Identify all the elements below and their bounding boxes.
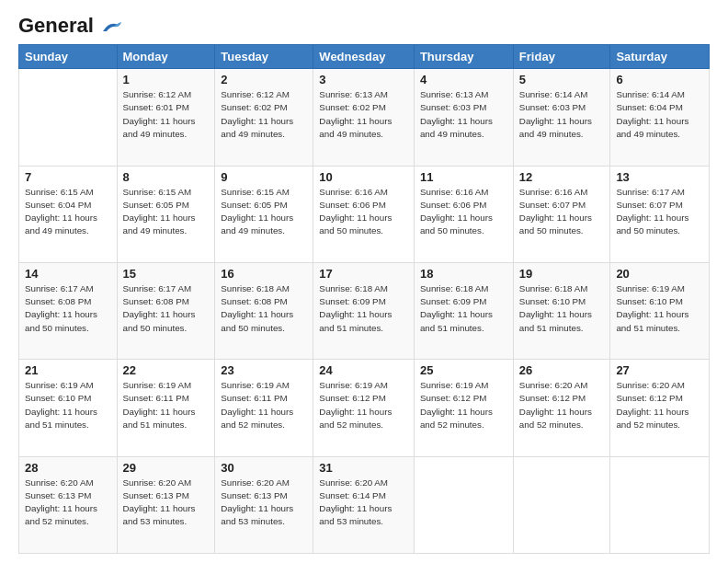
day-info: Sunrise: 6:19 AMSunset: 6:11 PMDaylight:… xyxy=(221,379,307,431)
day-number: 6 xyxy=(616,73,703,86)
day-number: 30 xyxy=(221,461,307,475)
week-row-2: 7Sunrise: 6:15 AMSunset: 6:04 PMDaylight… xyxy=(19,166,710,262)
day-info: Sunrise: 6:20 AMSunset: 6:13 PMDaylight:… xyxy=(221,477,307,529)
day-cell: 12Sunrise: 6:16 AMSunset: 6:07 PMDayligh… xyxy=(513,166,610,262)
day-info: Sunrise: 6:20 AMSunset: 6:12 PMDaylight:… xyxy=(519,379,605,431)
day-number: 31 xyxy=(319,461,408,475)
day-cell: 17Sunrise: 6:18 AMSunset: 6:09 PMDayligh… xyxy=(313,262,415,359)
week-row-1: 1Sunrise: 6:12 AMSunset: 6:01 PMDaylight… xyxy=(19,69,710,166)
day-cell: 13Sunrise: 6:17 AMSunset: 6:07 PMDayligh… xyxy=(610,166,710,262)
page: General Sunday Monday Tuesday Wednesday … xyxy=(0,0,728,563)
day-number: 29 xyxy=(123,461,210,475)
day-info: Sunrise: 6:18 AMSunset: 6:08 PMDaylight:… xyxy=(221,282,307,335)
day-cell: 5Sunrise: 6:14 AMSunset: 6:03 PMDaylight… xyxy=(513,69,610,166)
day-number: 11 xyxy=(420,170,507,184)
day-cell xyxy=(610,456,710,553)
logo-general: General xyxy=(18,15,123,37)
day-cell: 8Sunrise: 6:15 AMSunset: 6:05 PMDaylight… xyxy=(117,166,215,262)
day-cell: 11Sunrise: 6:16 AMSunset: 6:06 PMDayligh… xyxy=(414,166,513,262)
day-number: 10 xyxy=(319,170,408,184)
day-number: 20 xyxy=(616,267,703,281)
day-info: Sunrise: 6:19 AMSunset: 6:12 PMDaylight:… xyxy=(319,379,408,431)
day-info: Sunrise: 6:15 AMSunset: 6:05 PMDaylight:… xyxy=(221,186,307,238)
day-cell: 24Sunrise: 6:19 AMSunset: 6:12 PMDayligh… xyxy=(313,360,415,456)
day-number: 19 xyxy=(519,267,605,281)
day-number: 16 xyxy=(221,267,307,281)
day-number: 28 xyxy=(25,461,111,475)
day-cell: 29Sunrise: 6:20 AMSunset: 6:13 PMDayligh… xyxy=(117,456,215,553)
col-thursday: Thursday xyxy=(414,45,513,69)
day-number: 15 xyxy=(123,267,210,281)
day-cell: 16Sunrise: 6:18 AMSunset: 6:08 PMDayligh… xyxy=(215,262,313,359)
day-cell: 15Sunrise: 6:17 AMSunset: 6:08 PMDayligh… xyxy=(117,262,215,359)
day-cell xyxy=(19,69,118,166)
day-info: Sunrise: 6:18 AMSunset: 6:09 PMDaylight:… xyxy=(420,282,507,335)
col-wednesday: Wednesday xyxy=(313,45,415,69)
day-number: 21 xyxy=(25,363,111,377)
week-row-4: 21Sunrise: 6:19 AMSunset: 6:10 PMDayligh… xyxy=(19,360,710,456)
day-number: 9 xyxy=(221,170,307,184)
day-number: 14 xyxy=(25,267,111,281)
day-cell: 27Sunrise: 6:20 AMSunset: 6:12 PMDayligh… xyxy=(610,360,710,456)
day-number: 22 xyxy=(123,363,210,377)
day-info: Sunrise: 6:17 AMSunset: 6:07 PMDaylight:… xyxy=(616,186,703,238)
day-info: Sunrise: 6:19 AMSunset: 6:12 PMDaylight:… xyxy=(420,379,507,431)
day-info: Sunrise: 6:20 AMSunset: 6:13 PMDaylight:… xyxy=(123,477,210,529)
day-number: 4 xyxy=(420,73,507,86)
day-info: Sunrise: 6:20 AMSunset: 6:14 PMDaylight:… xyxy=(319,477,408,529)
day-cell: 1Sunrise: 6:12 AMSunset: 6:01 PMDaylight… xyxy=(117,69,215,166)
day-cell: 23Sunrise: 6:19 AMSunset: 6:11 PMDayligh… xyxy=(215,360,313,456)
day-info: Sunrise: 6:14 AMSunset: 6:04 PMDaylight:… xyxy=(616,88,703,141)
day-number: 8 xyxy=(123,170,210,184)
day-number: 24 xyxy=(319,363,408,377)
day-cell: 19Sunrise: 6:18 AMSunset: 6:10 PMDayligh… xyxy=(513,262,610,359)
day-cell: 25Sunrise: 6:19 AMSunset: 6:12 PMDayligh… xyxy=(414,360,513,456)
logo-bird-icon xyxy=(101,18,123,35)
day-number: 25 xyxy=(420,363,507,377)
day-cell: 10Sunrise: 6:16 AMSunset: 6:06 PMDayligh… xyxy=(313,166,415,262)
day-info: Sunrise: 6:16 AMSunset: 6:06 PMDaylight:… xyxy=(319,186,408,238)
day-info: Sunrise: 6:18 AMSunset: 6:09 PMDaylight:… xyxy=(319,282,408,335)
day-info: Sunrise: 6:19 AMSunset: 6:10 PMDaylight:… xyxy=(616,282,703,335)
col-tuesday: Tuesday xyxy=(215,45,313,69)
day-info: Sunrise: 6:19 AMSunset: 6:11 PMDaylight:… xyxy=(123,379,210,431)
col-friday: Friday xyxy=(513,45,610,69)
day-cell: 22Sunrise: 6:19 AMSunset: 6:11 PMDayligh… xyxy=(117,360,215,456)
day-info: Sunrise: 6:20 AMSunset: 6:13 PMDaylight:… xyxy=(25,477,111,529)
day-info: Sunrise: 6:17 AMSunset: 6:08 PMDaylight:… xyxy=(25,282,111,335)
day-info: Sunrise: 6:17 AMSunset: 6:08 PMDaylight:… xyxy=(123,282,210,335)
day-info: Sunrise: 6:19 AMSunset: 6:10 PMDaylight:… xyxy=(25,379,111,431)
day-info: Sunrise: 6:14 AMSunset: 6:03 PMDaylight:… xyxy=(519,88,605,141)
day-number: 7 xyxy=(25,170,111,184)
day-number: 27 xyxy=(616,363,703,377)
week-row-5: 28Sunrise: 6:20 AMSunset: 6:13 PMDayligh… xyxy=(19,456,710,553)
day-info: Sunrise: 6:18 AMSunset: 6:10 PMDaylight:… xyxy=(519,282,605,335)
day-number: 5 xyxy=(519,73,605,86)
day-cell: 20Sunrise: 6:19 AMSunset: 6:10 PMDayligh… xyxy=(610,262,710,359)
day-info: Sunrise: 6:16 AMSunset: 6:06 PMDaylight:… xyxy=(420,186,507,238)
day-cell: 9Sunrise: 6:15 AMSunset: 6:05 PMDaylight… xyxy=(215,166,313,262)
day-cell: 30Sunrise: 6:20 AMSunset: 6:13 PMDayligh… xyxy=(215,456,313,553)
day-number: 18 xyxy=(420,267,507,281)
day-number: 13 xyxy=(616,170,703,184)
day-cell: 28Sunrise: 6:20 AMSunset: 6:13 PMDayligh… xyxy=(19,456,118,553)
day-number: 2 xyxy=(221,73,307,86)
day-info: Sunrise: 6:13 AMSunset: 6:03 PMDaylight:… xyxy=(420,88,507,141)
day-number: 23 xyxy=(221,363,307,377)
header: General xyxy=(18,15,710,35)
day-number: 17 xyxy=(319,267,408,281)
day-info: Sunrise: 6:16 AMSunset: 6:07 PMDaylight:… xyxy=(519,186,605,238)
day-cell: 26Sunrise: 6:20 AMSunset: 6:12 PMDayligh… xyxy=(513,360,610,456)
day-cell xyxy=(513,456,610,553)
calendar-header-row: Sunday Monday Tuesday Wednesday Thursday… xyxy=(19,45,710,69)
day-cell: 18Sunrise: 6:18 AMSunset: 6:09 PMDayligh… xyxy=(414,262,513,359)
day-number: 26 xyxy=(519,363,605,377)
calendar-table: Sunday Monday Tuesday Wednesday Thursday… xyxy=(18,44,710,554)
day-cell: 31Sunrise: 6:20 AMSunset: 6:14 PMDayligh… xyxy=(313,456,415,553)
day-cell: 3Sunrise: 6:13 AMSunset: 6:02 PMDaylight… xyxy=(313,69,415,166)
day-number: 12 xyxy=(519,170,605,184)
day-info: Sunrise: 6:13 AMSunset: 6:02 PMDaylight:… xyxy=(319,88,408,141)
day-cell: 7Sunrise: 6:15 AMSunset: 6:04 PMDaylight… xyxy=(19,166,118,262)
col-monday: Monday xyxy=(117,45,215,69)
col-sunday: Sunday xyxy=(19,45,118,69)
